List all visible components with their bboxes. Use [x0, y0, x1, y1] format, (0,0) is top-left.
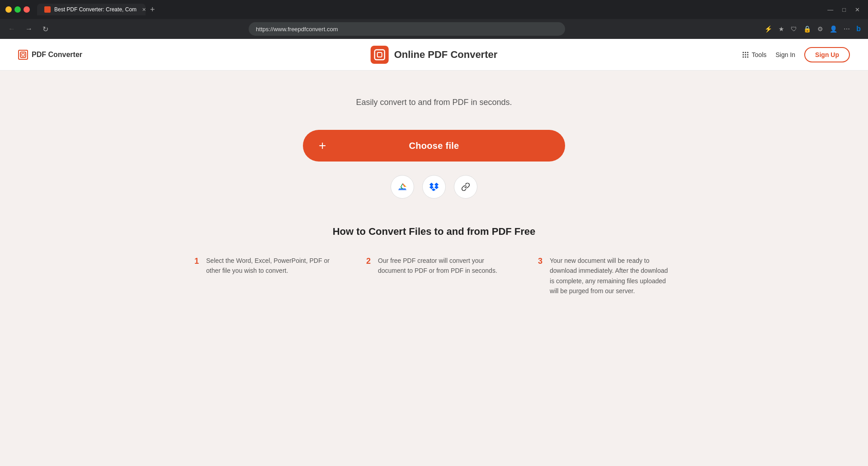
active-tab[interactable]: Best PDF Converter: Create, Com ✕: [37, 4, 146, 15]
step-3-text: Your new document will be ready to downl…: [550, 256, 674, 296]
dropbox-icon: [429, 182, 439, 192]
upload-source-icons: [391, 175, 477, 199]
browser-window-controls[interactable]: — □ ✕: [825, 5, 863, 14]
step-1-text: Select the Word, Excel, PowerPoint, PDF …: [206, 256, 330, 276]
minimize-button[interactable]: [5, 6, 12, 13]
how-to-section: How to Convert Files to and from PDF Fre…: [163, 226, 705, 296]
main-content: Easily convert to and from PDF in second…: [0, 71, 868, 466]
svg-rect-0: [20, 52, 26, 57]
extensions-icon[interactable]: ⚡: [763, 24, 774, 34]
steps-row: 1 Select the Word, Excel, PowerPoint, PD…: [181, 256, 687, 296]
svg-point-6: [747, 52, 748, 53]
new-tab-button[interactable]: +: [147, 4, 158, 15]
tab-close-button[interactable]: ✕: [142, 7, 146, 13]
navbar-center: Online PDF Converter: [371, 46, 498, 64]
dropbox-button[interactable]: [422, 175, 446, 199]
edge-icon[interactable]: b: [854, 23, 863, 35]
win-close[interactable]: ✕: [852, 5, 863, 14]
address-input[interactable]: [249, 22, 565, 36]
google-drive-button[interactable]: [391, 175, 414, 199]
step-1-number: 1: [194, 256, 199, 266]
plus-icon: +: [319, 138, 326, 153]
subtitle: Easily convert to and from PDF in second…: [356, 98, 512, 107]
back-button[interactable]: ←: [5, 23, 18, 35]
brand: PDF Converter: [18, 50, 82, 60]
how-to-title: How to Convert Files to and from PDF Fre…: [181, 226, 687, 238]
svg-rect-3: [377, 52, 382, 57]
svg-point-11: [745, 56, 746, 57]
url-link-button[interactable]: [454, 175, 477, 199]
favorites-icon[interactable]: ★: [777, 24, 786, 34]
more-icon[interactable]: ⋯: [842, 24, 852, 34]
step-3-number: 3: [538, 256, 542, 266]
settings-icon[interactable]: ⚙: [816, 24, 825, 34]
tab-favicon: [44, 6, 51, 13]
refresh-button[interactable]: ↻: [40, 23, 51, 35]
svg-point-7: [742, 54, 744, 55]
choose-file-button[interactable]: + Choose file: [303, 130, 565, 162]
svg-point-12: [747, 56, 748, 57]
grid-icon: [742, 51, 749, 58]
forward-button[interactable]: →: [23, 23, 35, 35]
tools-button[interactable]: Tools: [742, 51, 767, 58]
address-bar: ← → ↻ ⚡ ★ 🛡 🔒 ⚙ 👤 ⋯ b: [0, 19, 868, 39]
maximize-button[interactable]: [14, 6, 21, 13]
step-3: 3 Your new document will be ready to dow…: [538, 256, 674, 296]
brand-label: PDF Converter: [32, 51, 82, 59]
navbar-right: Tools Sign In Sign Up: [742, 47, 850, 62]
tab-bar: Best PDF Converter: Create, Com ✕ +: [37, 4, 821, 15]
svg-point-5: [745, 52, 746, 53]
close-button[interactable]: [24, 6, 30, 13]
vpn-icon[interactable]: 🔒: [802, 24, 813, 34]
browser-toolbar-icons: ⚡ ★ 🛡 🔒 ⚙ 👤 ⋯ b: [763, 23, 863, 35]
signup-button[interactable]: Sign Up: [804, 47, 850, 62]
step-1: 1 Select the Word, Excel, PowerPoint, PD…: [194, 256, 330, 296]
step-2-text: Our free PDF creator will convert your d…: [378, 256, 502, 276]
svg-rect-2: [375, 50, 385, 60]
svg-point-4: [742, 52, 744, 53]
svg-rect-1: [22, 53, 24, 56]
svg-point-8: [745, 54, 746, 55]
center-title: Online PDF Converter: [394, 49, 498, 61]
step-2-number: 2: [366, 256, 371, 266]
win-minimize[interactable]: —: [825, 5, 836, 14]
tools-label: Tools: [752, 51, 767, 58]
choose-file-label: Choose file: [409, 141, 459, 151]
signin-button[interactable]: Sign In: [776, 51, 796, 58]
step-2: 2 Our free PDF creator will convert your…: [366, 256, 502, 296]
shield-icon[interactable]: 🛡: [789, 24, 799, 34]
profile-icon[interactable]: 👤: [828, 24, 839, 34]
browser-chrome: Best PDF Converter: Create, Com ✕ + — □ …: [0, 0, 868, 19]
tab-title: Best PDF Converter: Create, Com: [54, 6, 137, 13]
win-maximize[interactable]: □: [840, 5, 849, 14]
window-controls[interactable]: [5, 6, 30, 13]
address-wrapper: [56, 22, 758, 36]
link-icon: [461, 182, 470, 191]
navbar: PDF Converter Online PDF Converter: [0, 39, 868, 71]
brand-icon: [18, 50, 28, 60]
svg-point-10: [742, 56, 744, 57]
center-logo: [371, 46, 389, 64]
svg-point-9: [747, 54, 748, 55]
google-drive-icon: [397, 182, 407, 192]
